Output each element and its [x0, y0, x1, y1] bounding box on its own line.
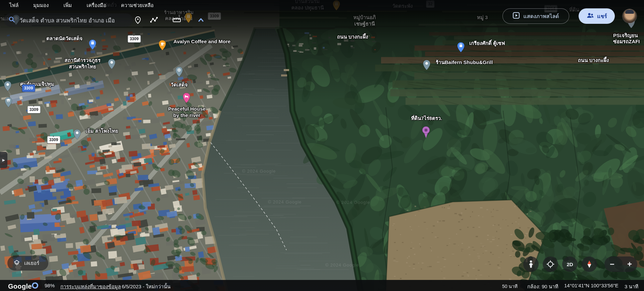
- scale-label: 50 นาที: [444, 283, 518, 290]
- zoom-in-button[interactable]: +: [627, 260, 632, 268]
- land-placemark-pin[interactable]: [422, 126, 430, 140]
- route-shield: 3309: [22, 84, 35, 92]
- imagery-date: 6/5/2023 - ใหม่กว่านั้น: [122, 283, 170, 291]
- layers-label: เลเยอร์: [24, 259, 39, 267]
- search-box[interactable]: [4, 13, 133, 27]
- share-button[interactable]: แชร์: [579, 8, 615, 24]
- google-earth-app: © 2024 Google© 2024 Google© 2024 Google©…: [0, 0, 644, 291]
- map-label: ซ่อมรถZAFI: [613, 38, 640, 46]
- menu-view[interactable]: มุมมอง: [33, 1, 49, 9]
- zoom-out-button[interactable]: −: [610, 260, 614, 268]
- eye-altitude: 3 นาที: [625, 283, 638, 291]
- share-label: แชร์: [597, 12, 607, 20]
- map-label: ถนน บางกะผึ้ง: [578, 56, 609, 64]
- pegman-button[interactable]: [523, 256, 539, 272]
- copyright-watermark: © 2024 Google: [336, 200, 370, 205]
- expand-sidebar-tab[interactable]: ▶: [0, 152, 7, 168]
- people-icon: [586, 12, 594, 20]
- map-label: ที่ดิน7ไร่8ตรว.: [411, 114, 442, 122]
- google-logo: Google: [8, 283, 32, 290]
- menu-add[interactable]: เพิ่ม: [63, 1, 72, 9]
- slideshow-label: แสดงภาพสไลด์: [523, 12, 559, 20]
- map-label: เอ็ม ล่าโพงไทย: [86, 127, 118, 135]
- route-shield: 3309: [128, 35, 141, 43]
- menu-tools[interactable]: เครื่องมือ: [87, 1, 106, 9]
- layers-button[interactable]: เลเยอร์: [7, 256, 48, 271]
- map-label: เกรียงศักดิ์ ตู้เซฟ: [469, 39, 505, 47]
- stream-progress-ring: [32, 282, 38, 289]
- map-label: สวนพริกไทย: [69, 63, 96, 71]
- restaurant-baifern-pin[interactable]: [423, 60, 431, 72]
- placemark-icon[interactable]: [133, 15, 143, 25]
- map-label: Avalyn Coffee and More: [173, 39, 230, 44]
- copyright-watermark: © 2024 Google: [242, 169, 276, 174]
- temple-pin[interactable]: [175, 66, 183, 78]
- map-label: วัดเสด็จ: [171, 81, 188, 89]
- slideshow-button[interactable]: แสดงภาพสไลด์: [502, 8, 569, 24]
- satellite-map-view[interactable]: [0, 0, 644, 291]
- coffee-pin[interactable]: [158, 40, 166, 52]
- my-location-button[interactable]: [543, 256, 558, 272]
- path-icon[interactable]: [149, 15, 159, 25]
- cursor-coordinates: 14°01'41"N 100°33'56"E: [564, 283, 619, 288]
- account-avatar[interactable]: [623, 9, 637, 23]
- route-shield: 3309: [28, 106, 41, 113]
- safe-shop-pin[interactable]: [457, 42, 465, 54]
- map-label: ร้านBaifern Shubu&Grill: [436, 58, 493, 66]
- search-input[interactable]: [19, 16, 129, 24]
- zoom-control: − +: [604, 256, 637, 272]
- menu-file[interactable]: ไฟล์: [9, 1, 18, 9]
- layers-icon: [13, 259, 20, 267]
- chevron-right-icon: ▶: [2, 158, 5, 162]
- lodging-pin[interactable]: [182, 93, 191, 105]
- copyright-watermark: © 2024 Google: [325, 263, 359, 268]
- milk-center-pin[interactable]: [4, 81, 12, 93]
- search-icon: [8, 16, 15, 24]
- camera-altitude: กล้อง: 90 นาที: [527, 283, 558, 291]
- map-label: ถนน บางกะผึ้ง: [337, 33, 368, 41]
- collapse-toolbar-icon[interactable]: [196, 15, 206, 25]
- copyright-watermark: © 2024 Google: [268, 199, 302, 205]
- play-icon: [513, 12, 520, 20]
- map-label: by the river: [173, 112, 201, 118]
- map-label: Peaceful House: [168, 106, 206, 112]
- route-shield: 3309: [47, 136, 60, 143]
- school-pin[interactable]: [4, 97, 12, 109]
- stream-progress-value: 98%: [45, 283, 55, 288]
- market-pin[interactable]: [89, 39, 97, 51]
- compass-button[interactable]: [582, 256, 597, 272]
- map-label: ตลาดนัดวัดเสด็จ: [46, 35, 83, 43]
- 2d-mode-button[interactable]: 2D: [562, 256, 578, 272]
- data-attribution-link[interactable]: การระบุแหล่งที่มาของข้อมูล: [60, 283, 121, 291]
- status-bar: Google 98% การระบุแหล่งที่มาของข้อมูล 6/…: [0, 280, 644, 291]
- police-station-pin[interactable]: [108, 59, 116, 71]
- speaker-shop-pin[interactable]: [73, 129, 81, 141]
- ruler-icon[interactable]: [172, 15, 181, 25]
- menu-help[interactable]: ความช่วยเหลือ: [121, 1, 154, 9]
